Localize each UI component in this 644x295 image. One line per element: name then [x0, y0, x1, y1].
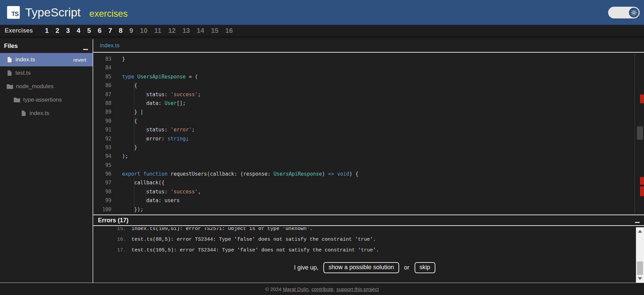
code-text: } [122, 55, 125, 63]
exercise-link-10: 10 [140, 27, 147, 35]
exercise-nav-label: Exercises [5, 27, 33, 34]
exercise-separator: · [94, 28, 95, 33]
exercise-link-1[interactable]: 1 [45, 27, 49, 35]
file-item-label: type-assertions [23, 97, 62, 103]
exercise-link-9: 9 [129, 27, 133, 35]
exercise-separator: · [207, 28, 208, 33]
line-number: 89 [93, 108, 111, 116]
exercise-separator: · [115, 28, 116, 33]
show-solution-button[interactable]: show a possible solution [323, 262, 399, 273]
file-item-label: node_modules [16, 83, 54, 90]
line-number: 85 [93, 72, 111, 81]
code-line-91: 91 status: 'error'; [93, 125, 644, 134]
code-text: { [122, 117, 137, 125]
line-number: 91 [93, 125, 111, 134]
error-number: 17. [99, 247, 126, 253]
error-ruler-mark [640, 186, 644, 196]
code-line-94: 94); [93, 152, 644, 161]
app-title: TypeScript [25, 6, 80, 19]
footer-text: © 2024 [265, 286, 283, 292]
line-number: 99 [93, 196, 111, 205]
exercise-link-16: 16 [225, 27, 233, 35]
minimize-errors-button[interactable] [635, 222, 640, 223]
exercise-link-2[interactable]: 2 [56, 27, 59, 35]
exercise-link-6[interactable]: 6 [98, 27, 101, 35]
exercise-separator: · [72, 28, 74, 33]
line-number: 90 [93, 117, 111, 125]
errors-scrollbar-thumb[interactable] [637, 261, 643, 275]
footer-link-marat-dulin[interactable]: Marat Dulin [283, 286, 309, 292]
file-icon [7, 57, 12, 63]
exercise-link-7[interactable]: 7 [108, 27, 112, 35]
exercise-separator: · [104, 28, 106, 33]
file-tree: index.tsreverttest.tsnode_modulestype-as… [0, 53, 93, 120]
line-number: 96 [93, 170, 111, 178]
code-text: export function requestUsers(callback: (… [122, 170, 358, 178]
error-ruler-mark [640, 95, 644, 103]
errors-panel: Errors (17) 15.index.ts(109,61): error T… [93, 215, 644, 283]
file-item-node-modules[interactable]: node_modules [0, 80, 93, 93]
code-text: callback({ [122, 178, 164, 187]
editor-scrollbar-thumb[interactable] [637, 126, 643, 140]
code-line-84: 84 [93, 63, 644, 72]
footer-link-support-this-project[interactable]: support this project [336, 286, 379, 292]
code-text: type UsersApiResponse = ( [122, 72, 198, 81]
line-number: 86 [93, 81, 111, 90]
exercise-link-15: 15 [211, 27, 218, 35]
code-text: ); [122, 152, 128, 161]
file-item-index-ts[interactable]: index.tsrevert [0, 53, 93, 66]
app-header: TS TypeScript exercises [0, 0, 644, 25]
code-line-85: 85type UsersApiResponse = ( [93, 72, 644, 81]
errors-panel-header: Errors (17) [93, 215, 644, 226]
line-number: 100 [93, 205, 111, 214]
line-number: 93 [93, 143, 111, 152]
error-message: test.ts(88,5): error TS2344: Type 'false… [131, 237, 376, 242]
revert-link[interactable]: revert [73, 57, 86, 63]
files-panel-title: Files [4, 43, 18, 50]
code-text: { [122, 81, 137, 90]
line-number: 97 [93, 178, 111, 187]
code-text: } | [122, 108, 143, 116]
exercise-list: 1·2·3·4·5·6·7·8·9·10·11·12·13·14·15·16 [45, 27, 233, 35]
file-item-index-ts[interactable]: index.ts [0, 107, 93, 120]
file-item-test-ts[interactable]: test.ts [0, 66, 93, 80]
exercise-separator: · [125, 28, 126, 33]
file-item-label: index.ts [15, 56, 35, 63]
code-editor[interactable]: 83}8485type UsersApiResponse = (86 {87 s… [93, 53, 644, 215]
exercise-link-5[interactable]: 5 [87, 27, 91, 35]
tab-index-ts[interactable]: index.ts [100, 42, 120, 49]
exercise-separator: · [51, 28, 53, 33]
footer: © 2024 Marat Dulin, contribute, support … [0, 283, 644, 295]
skip-button[interactable]: skip [415, 262, 435, 273]
line-number: 88 [93, 99, 111, 108]
footer-link-contribute[interactable]: contribute [311, 286, 333, 292]
line-number: 83 [93, 55, 111, 63]
code-line-93: 93 } [93, 143, 644, 152]
theme-toggle[interactable] [608, 7, 640, 18]
sun-icon [631, 10, 637, 16]
line-number: 95 [93, 161, 111, 170]
minimize-files-button[interactable] [83, 49, 88, 50]
editor: index.ts 83}8485type UsersApiResponse = … [93, 39, 644, 215]
line-number: 87 [93, 90, 111, 99]
code-line-87: 87 status: 'success'; [93, 90, 644, 99]
give-up-text: I give up, [294, 264, 318, 271]
file-item-type-assertions[interactable]: type-assertions [0, 93, 93, 107]
error-row: 16.test.ts(88,5): error TS2344: Type 'fa… [93, 234, 636, 245]
exercise-separator: · [62, 28, 63, 33]
errors-scrollbar[interactable] [636, 227, 644, 283]
page: TS TypeScript exercises [0, 0, 644, 295]
files-panel: Files index.tsreverttest.tsnode_modulest… [0, 39, 93, 283]
exercise-link-8[interactable]: 8 [119, 27, 122, 35]
scroll-up-icon[interactable] [638, 230, 642, 233]
code-text: }); [122, 205, 143, 214]
editor-scrollbar-track [635, 53, 635, 215]
give-up-row: I give up, show a possible solution or s… [93, 261, 636, 274]
exercise-link-4[interactable]: 4 [76, 27, 80, 35]
typescript-logo-text: TS [11, 11, 20, 19]
errors-list: 15.index.ts(109,61): error TS2571: Objec… [93, 227, 636, 283]
typescript-logo: TS [7, 6, 20, 19]
exercise-link-3[interactable]: 3 [66, 27, 70, 35]
scroll-down-icon[interactable] [638, 277, 642, 280]
line-number: 98 [93, 187, 111, 196]
